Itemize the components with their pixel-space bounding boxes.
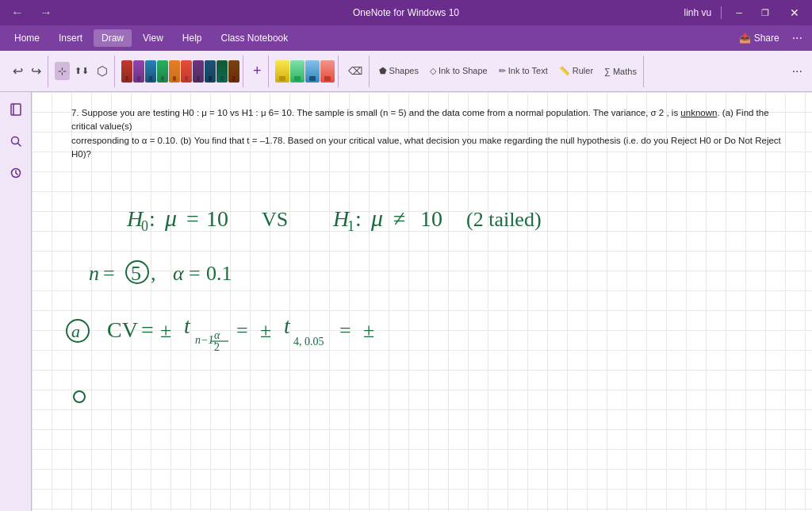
svg-text:±: ± <box>160 319 171 342</box>
pen-brown[interactable] <box>228 60 239 83</box>
more-toolbar-button[interactable]: ··· <box>789 61 806 82</box>
svg-text:=: = <box>141 317 154 342</box>
svg-text:a: a <box>71 321 80 341</box>
highlighter-pink[interactable] <box>320 60 335 83</box>
menu-home[interactable]: Home <box>6 29 48 47</box>
add-space-button[interactable]: ⬆⬇ <box>71 63 92 79</box>
svg-text:=: = <box>236 319 248 342</box>
svg-text:,: , <box>151 262 156 285</box>
svg-text::: : <box>355 206 362 231</box>
menu-class-notebook[interactable]: Class Notebook <box>213 29 297 47</box>
undo-redo-group: ↩ ↪ <box>6 56 48 87</box>
svg-rect-0 <box>11 104 21 115</box>
select-tool-button[interactable]: ⊹ <box>55 62 70 80</box>
sidebar <box>0 92 32 511</box>
pen-orange[interactable] <box>169 60 180 83</box>
titlebar-divider <box>721 6 722 19</box>
eraser-button[interactable]: ⌫ <box>345 62 366 80</box>
svg-text:1: 1 <box>347 218 354 234</box>
svg-text:2: 2 <box>214 341 220 353</box>
svg-point-43 <box>74 391 85 402</box>
question-text: 7. Suppose you are testing H0 : μ = 10 v… <box>71 106 796 161</box>
user-name: linh vu <box>684 7 712 18</box>
app-title: OneNote for Windows 10 <box>353 7 459 18</box>
pens-group <box>118 56 243 87</box>
back-button[interactable]: ← <box>6 4 29 21</box>
svg-text:0.1: 0.1 <box>206 262 232 285</box>
menu-view[interactable]: View <box>135 29 171 47</box>
minimize-button[interactable]: ─ <box>731 6 747 19</box>
maths-button[interactable]: ∑ Maths <box>601 63 640 79</box>
ruler-button[interactable]: 📏 Ruler <box>556 63 596 79</box>
draw-tools-group: ⌫ <box>342 56 370 87</box>
maths-label: ∑ Maths <box>604 67 637 76</box>
math-svg: H 0 : μ = 10 VS H 1 : μ ≠ 10 (2 tailed) … <box>32 156 812 511</box>
svg-text:=: = <box>339 319 351 342</box>
add-pen-group: + <box>247 56 269 87</box>
forward-button[interactable]: → <box>35 4 57 21</box>
ink-to-text-button[interactable]: ✏ Ink to Text <box>496 63 551 79</box>
pen-red[interactable] <box>121 60 132 83</box>
svg-text:±: ± <box>363 319 374 342</box>
shapes-label: ⬟ Shapes <box>379 66 419 76</box>
ink-to-shape-label: ◇ Ink to Shape <box>430 66 488 76</box>
main-content: 7. Suppose you are testing H0 : μ = 10 v… <box>32 92 812 511</box>
pen-purple[interactable] <box>133 60 144 83</box>
close-button[interactable]: ✕ <box>783 5 806 21</box>
titlebar-nav: ← → <box>6 4 57 21</box>
highlighter-blue[interactable] <box>305 60 320 83</box>
select-group: ⊹ ⬆⬇ ⬡ <box>52 56 115 87</box>
sidebar-history-icon[interactable] <box>5 162 27 184</box>
pen-blue[interactable] <box>145 60 156 83</box>
svg-text:α: α <box>173 262 185 285</box>
svg-text:4, 0.05: 4, 0.05 <box>293 336 324 348</box>
highlighter-yellow[interactable] <box>275 60 289 83</box>
menu-help[interactable]: Help <box>174 29 210 47</box>
svg-text:t: t <box>284 313 291 338</box>
highlighters-group <box>272 56 339 87</box>
pen-dark-blue[interactable] <box>205 60 216 83</box>
svg-text:5: 5 <box>131 262 141 285</box>
svg-text:0: 0 <box>141 218 148 234</box>
undo-button[interactable]: ↩ <box>10 60 26 82</box>
svg-text:≠: ≠ <box>393 206 405 231</box>
svg-text::: : <box>149 206 155 231</box>
add-pen-button[interactable]: + <box>250 60 265 83</box>
pen-dark-green[interactable] <box>216 60 228 83</box>
shapes-button[interactable]: ⬟ Shapes <box>376 63 422 79</box>
svg-text:n: n <box>89 262 99 285</box>
titlebar-controls: linh vu ─ ❐ ✕ <box>684 5 806 21</box>
shapes-group: ⬟ Shapes ◇ Ink to Shape ✏ Ink to Text 📏 … <box>373 56 644 87</box>
svg-text:=: = <box>103 262 115 285</box>
more-options-button[interactable]: ··· <box>789 28 806 48</box>
svg-text:VS: VS <box>262 208 288 231</box>
handwriting-area[interactable]: H 0 : μ = 10 VS H 1 : μ ≠ 10 (2 tailed) … <box>32 156 812 511</box>
ink-to-shape-button[interactable]: ◇ Ink to Shape <box>427 63 491 79</box>
unknown-word: unknown <box>680 108 717 117</box>
svg-line-3 <box>17 144 21 147</box>
question-body: 7. Suppose you are testing H0 : μ = 10 v… <box>71 108 781 159</box>
pen-bright-red[interactable] <box>181 60 192 83</box>
toolbar: ↩ ↪ ⊹ ⬆⬇ ⬡ <box>0 51 812 92</box>
svg-text:=: = <box>186 206 199 231</box>
svg-text:α: α <box>214 329 220 341</box>
sidebar-search-icon[interactable] <box>5 130 27 152</box>
svg-text:CV: CV <box>107 317 138 342</box>
redo-button[interactable]: ↪ <box>28 60 44 82</box>
menu-draw[interactable]: Draw <box>94 29 132 47</box>
menu-insert[interactable]: Insert <box>51 29 90 47</box>
sidebar-notebook-icon[interactable] <box>5 98 27 121</box>
pen-dark-purple[interactable] <box>193 60 204 83</box>
pen-green[interactable] <box>157 60 168 83</box>
lasso-button[interactable]: ⬡ <box>94 60 111 82</box>
svg-text:(2  tailed): (2 tailed) <box>466 208 542 231</box>
highlighter-green[interactable] <box>290 60 304 83</box>
share-button[interactable]: 📤 Share <box>736 29 782 47</box>
ruler-label: 📏 Ruler <box>559 66 593 76</box>
titlebar: ← → OneNote for Windows 10 linh vu ─ ❐ ✕ <box>0 0 812 25</box>
ink-to-text-label: ✏ Ink to Text <box>499 66 548 76</box>
svg-text:t: t <box>184 313 191 338</box>
restore-button[interactable]: ❐ <box>756 6 774 20</box>
menubar: Home Insert Draw View Help Class Noteboo… <box>0 25 812 51</box>
svg-text:=: = <box>189 262 201 285</box>
